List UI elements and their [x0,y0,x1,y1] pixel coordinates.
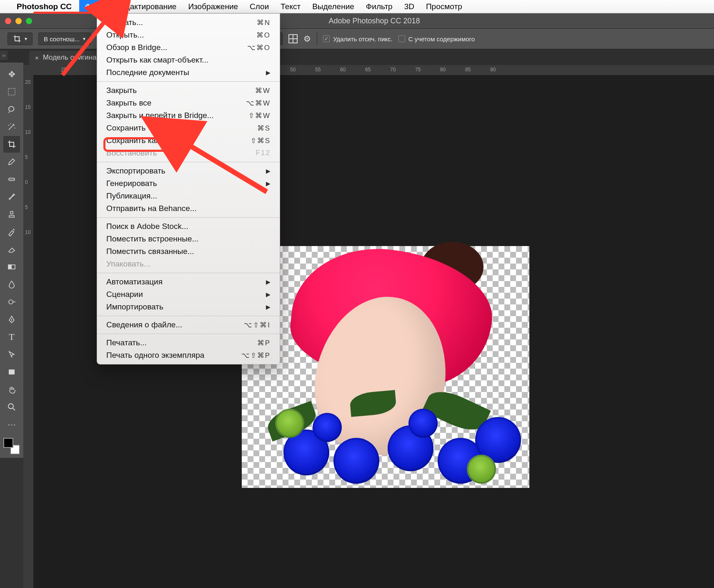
menu-item-shortcut: ⌥⌘O [247,43,271,52]
menu-item[interactable]: Создать...⌘N [97,16,280,29]
minimize-window-icon[interactable] [15,18,22,24]
tab-title: Модель оригинал [43,53,101,62]
crop-tool-preset[interactable] [8,33,33,45]
pen-tool[interactable] [3,311,20,328]
menu-item[interactable]: Публикация... [97,190,280,202]
menu-item-label: Сохранить [106,123,145,133]
menu-item[interactable]: Последние документы▶ [97,66,280,79]
menu-item-shortcut: ⌘S [257,124,271,133]
move-tool[interactable]: ✥ [3,66,20,83]
lasso-tool[interactable] [3,101,20,118]
eyedropper-tool[interactable] [3,153,20,170]
close-tab-icon[interactable]: × [35,54,39,61]
delete-cropped-checkbox[interactable]: ✓Удалить отсеч. пикс. [323,35,393,43]
svg-point-2 [10,179,10,180]
menu-item-label: Печать одного экземпляра [106,351,204,360]
menu-item-label: Публикация... [106,191,157,201]
menu-select[interactable]: Выделение [306,0,360,13]
app-name: Photoshop CC [17,2,72,11]
history-brush-tool[interactable] [3,224,20,240]
rectangle-tool[interactable] [3,364,20,380]
menu-file[interactable]: Файл [79,0,110,13]
menu-item-label: Сценарии [106,290,143,299]
menu-item-label: Печатать... [106,338,147,347]
menu-item[interactable]: Сценарии▶ [97,288,280,301]
menu-item-label: Автоматизация [106,277,163,286]
menu-item: Упаковать... [97,258,280,270]
traffic-lights [5,18,32,24]
gear-icon[interactable]: ⚙ [303,34,311,44]
menu-item[interactable]: Печать одного экземпляра⌥⇧⌘P [97,349,280,362]
menu-item[interactable]: Закрыть и перейти в Bridge...⇧⌘W [97,109,280,122]
menu-image[interactable]: Изображение [182,0,244,13]
menu-text[interactable]: Текст [275,0,306,13]
content-aware-checkbox[interactable]: С учетом содержимого [398,35,475,43]
menu-item[interactable]: Сведения о файле...⌥⇧⌘I [97,319,280,331]
menu-item[interactable]: Поместить связанные... [97,245,280,258]
menu-item[interactable]: Обзор в Bridge...⌥⌘O [97,41,280,54]
separator [317,32,317,45]
ratio-combo[interactable]: В соотнош... [38,33,91,45]
eraser-tool[interactable] [3,241,20,258]
menu-item[interactable]: Отправить на Behance... [97,202,280,215]
menu-filter[interactable]: Фильтр [360,0,398,13]
menu-item-label: Закрыть [106,86,137,95]
type-tool[interactable]: T [3,329,20,345]
menu-item-shortcut: ⌘O [256,31,271,40]
blur-tool[interactable] [3,276,20,293]
menu-item-shortcut: ⌥⌘W [246,99,271,108]
menu-item-label: Восстановить [106,148,157,158]
stamp-tool[interactable] [3,206,20,223]
menu-item[interactable]: Открыть...⌘O [97,29,280,41]
menu-item[interactable]: Печатать...⌘P [97,337,280,349]
panel-handle-icon[interactable]: ›› [0,51,8,60]
magic-wand-tool[interactable] [3,118,20,135]
submenu-arrow-icon: ▶ [266,180,271,187]
more-tools-icon[interactable]: ⋯ [3,416,20,433]
menu-item-shortcut: ⇧⌘S [251,136,271,145]
menu-layers[interactable]: Слои [244,0,275,13]
menu-3d[interactable]: 3D [398,0,420,13]
menu-item: ВосстановитьF12 [97,147,280,159]
menu-item-shortcut: ⌘W [255,86,271,95]
crop-tool[interactable] [3,136,20,153]
svg-point-7 [9,300,13,304]
menu-edit[interactable]: Редактирование [110,0,183,13]
menu-item-label: Открыть... [106,30,144,40]
menu-item[interactable]: Открыть как смарт-объект... [97,54,280,66]
menu-item[interactable]: Экспортировать▶ [97,165,280,177]
hand-tool[interactable] [3,381,20,398]
overlay-grid-icon[interactable] [288,34,298,43]
zoom-tool[interactable] [3,399,20,415]
menu-item[interactable]: Генерировать▶ [97,177,280,190]
healing-tool[interactable] [3,171,20,188]
menu-item[interactable]: Закрыть⌘W [97,84,280,97]
marquee-tool[interactable] [3,83,20,100]
path-select-tool[interactable] [3,346,20,363]
menu-item-shortcut: ⌥⇧⌘P [241,351,271,360]
zoom-window-icon[interactable] [26,18,32,24]
menu-item[interactable]: Сохранить как...⇧⌘S [97,134,280,147]
close-window-icon[interactable] [5,18,11,24]
document-tab[interactable]: × Модель оригинал [29,51,106,65]
menu-item-label: Импортировать [106,302,163,312]
document-canvas[interactable] [242,246,529,488]
menu-item-label: Поместить встроенные... [106,234,198,244]
dodge-tool[interactable] [3,294,20,310]
submenu-arrow-icon: ▶ [266,304,271,310]
menu-item[interactable]: Автоматизация▶ [97,276,280,288]
menu-item[interactable]: Импортировать▶ [97,301,280,313]
menu-view[interactable]: Просмотр [420,0,468,13]
menu-item[interactable]: Закрыть все⌥⌘W [97,97,280,109]
menu-item-label: Создать... [106,18,143,27]
gradient-tool[interactable] [3,259,20,275]
fg-bg-swatch[interactable] [3,438,20,455]
menu-item-label: Обзор в Bridge... [106,43,167,52]
menu-item[interactable]: Сохранить⌘S [97,122,280,134]
menu-item-shortcut: ⇧⌘W [248,111,271,120]
brush-tool[interactable] [3,188,20,205]
menu-item[interactable]: Поместить встроенные... [97,233,280,245]
menu-item[interactable]: Поиск в Adobe Stock... [97,220,280,233]
ruler-vertical[interactable]: 20 15 10 5 0 5 10 [23,75,33,588]
svg-point-4 [13,179,14,180]
